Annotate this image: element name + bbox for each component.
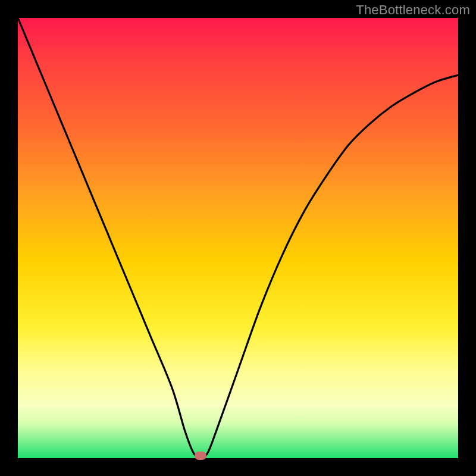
bottleneck-curve <box>18 18 458 456</box>
plot-area <box>18 18 458 458</box>
watermark-text: TheBottleneck.com <box>356 2 470 18</box>
chart-frame: TheBottleneck.com <box>0 0 476 476</box>
minimum-marker <box>195 452 206 460</box>
curve-svg <box>18 18 458 458</box>
